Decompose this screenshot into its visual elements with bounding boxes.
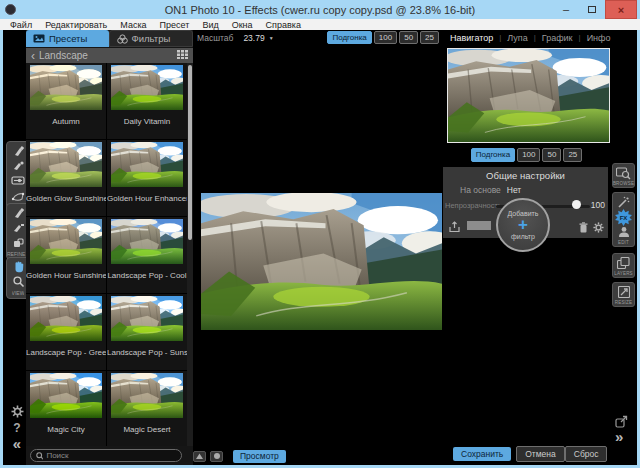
masking-brush-tool[interactable] — [9, 144, 27, 157]
add-filter-button[interactable]: Добавить + фильтр — [496, 198, 550, 252]
refine-brush-tool[interactable] — [9, 206, 27, 219]
portrait-person-icon[interactable] — [615, 225, 632, 239]
module-strip: BROWSE FX EDIT LAYERS — [610, 30, 637, 465]
menu-file[interactable]: Файл — [10, 20, 32, 30]
preset-autumn[interactable]: Autumn — [26, 63, 106, 139]
enhance-wand-icon[interactable] — [615, 195, 632, 209]
plus-icon: + — [518, 217, 528, 232]
maximize-button[interactable] — [579, 0, 605, 19]
preset-label: Magic Desert — [107, 425, 187, 434]
nav-50-button[interactable]: 50 — [542, 148, 561, 162]
tab-filters[interactable]: Фильтры — [109, 30, 194, 47]
help-icon[interactable]: ? — [8, 421, 26, 435]
nav-25-button[interactable]: 25 — [563, 148, 582, 162]
reset-button[interactable]: Сброс — [565, 446, 608, 462]
tab-presets[interactable]: Пресеты — [26, 30, 109, 47]
pan-hand-tool[interactable] — [9, 260, 27, 273]
scrollbar-thumb[interactable] — [188, 65, 192, 240]
preset-daily-vitamin[interactable]: Daily Vitamin — [107, 63, 187, 139]
search-bar — [30, 449, 182, 462]
right-panel: Навигатор| Лупа| График| Инфо Подгонка 1… — [443, 30, 610, 465]
softproof-icon[interactable] — [210, 451, 223, 462]
mask-view-icon[interactable] — [193, 451, 206, 462]
cancel-button[interactable]: Отмена — [516, 446, 565, 462]
preset-label: Golden Hour Sunshine — [26, 271, 106, 280]
tab-navigator[interactable]: Навигатор — [450, 33, 493, 43]
chevron-down-icon[interactable]: ▼ — [269, 35, 274, 41]
preset-label: Magic City — [26, 425, 106, 434]
navigator-preview[interactable] — [447, 48, 610, 143]
tab-loupe[interactable]: Лупа — [507, 33, 527, 43]
chisel-tool[interactable] — [9, 221, 27, 234]
preset-golden-hour-enhancer[interactable]: Golden Hour Enhancer — [107, 140, 187, 216]
zoom-tool[interactable] — [9, 275, 27, 288]
right-tabs: Навигатор| Лупа| График| Инфо — [443, 30, 610, 45]
export-preset-icon[interactable] — [449, 219, 460, 237]
preset-landscape-pop-sunshine[interactable]: Landscape Pop - Sunshine — [107, 294, 187, 370]
canvas-area: Масштаб 23.79 ▼ Подгонка 100 50 25 — [193, 30, 443, 465]
effects-fx-icon[interactable]: FX — [615, 210, 632, 224]
menu-mask[interactable]: Маска — [120, 20, 146, 30]
zoom-100-button[interactable]: 100 — [374, 31, 397, 45]
main-content: MASK REFINE MASK VIEW ? — [3, 30, 637, 465]
preset-label: Landscape Pop - Cool — [107, 271, 187, 280]
preset-magic-desert[interactable]: Magic Desert — [107, 371, 187, 446]
zoom-50-button[interactable]: 50 — [399, 31, 418, 45]
based-on-value[interactable]: Нет — [507, 185, 521, 195]
collapse-left-panel-icon[interactable]: « — [8, 435, 26, 452]
minimize-button[interactable]: – — [553, 0, 579, 19]
browse-icon — [615, 166, 632, 180]
filter-options-gear-icon[interactable] — [593, 219, 604, 237]
image-canvas[interactable] — [193, 45, 443, 447]
masking-bug-tool[interactable] — [9, 159, 27, 172]
based-on-label: На основе — [460, 185, 501, 195]
nav-fit-button[interactable]: Подгонка — [471, 148, 515, 162]
menu-preset[interactable]: Пресет — [160, 20, 190, 30]
opacity-slider-knob[interactable] — [572, 200, 581, 209]
tab-info[interactable]: Инфо — [587, 33, 611, 43]
expand-right-panel-icon[interactable]: » — [615, 428, 623, 445]
window-title: ON1 Photo 10 - Effects (cwer.ru copy cop… — [0, 4, 640, 16]
preset-magic-city[interactable]: Magic City — [26, 371, 106, 446]
menu-bar: Файл Редактировать Маска Пресет Вид Окна… — [0, 19, 640, 30]
preset-landscape-pop-cool[interactable]: Landscape Pop - Cool — [107, 217, 187, 293]
grid-view-icon[interactable] — [177, 50, 188, 61]
tab-histogram[interactable]: График — [542, 33, 573, 43]
preset-golden-glow-sunshine[interactable]: Golden Glow Sunshine — [26, 140, 106, 216]
preset-panel: Пресеты Фильтры ‹ Landscape Autumn Daily… — [26, 30, 193, 465]
menu-help[interactable]: Справка — [266, 20, 301, 30]
settings-gear-icon[interactable] — [8, 404, 26, 422]
back-chevron-icon[interactable]: ‹ — [31, 49, 35, 63]
fit-button[interactable]: Подгонка — [327, 31, 371, 45]
mask-shape-tool[interactable] — [9, 189, 27, 202]
adjustment-tool[interactable] — [9, 174, 27, 187]
category-bar[interactable]: ‹ Landscape — [26, 48, 193, 63]
module-browse[interactable]: BROWSE — [612, 163, 635, 188]
preset-landscape-pop-green[interactable]: Landscape Pop - Green — [26, 294, 106, 370]
search-input[interactable] — [46, 451, 176, 460]
close-button[interactable]: × — [605, 0, 637, 19]
zoom-25-button[interactable]: 25 — [420, 31, 439, 45]
app-window: ON1 Photo 10 - Effects (cwer.ru copy cop… — [0, 0, 640, 468]
color-swatch[interactable] — [467, 221, 491, 230]
preview-toggle-button[interactable]: Просмотр — [233, 450, 286, 463]
nav-100-button[interactable]: 100 — [517, 148, 540, 162]
add-filter-label-bottom: фильтр — [511, 233, 535, 241]
preset-golden-hour-sunshine[interactable]: Golden Hour Sunshine — [26, 217, 106, 293]
svg-text:FX: FX — [620, 215, 628, 221]
menu-window[interactable]: Окна — [232, 20, 253, 30]
blur-stamp-tool[interactable] — [9, 236, 27, 249]
tab-presets-label: Пресеты — [49, 33, 87, 44]
module-resize[interactable]: RESIZE — [612, 282, 635, 307]
search-icon — [36, 452, 43, 460]
save-button[interactable]: Сохранить — [453, 447, 511, 461]
menu-edit[interactable]: Редактировать — [45, 20, 107, 30]
module-layers[interactable]: LAYERS — [612, 253, 635, 278]
title-bar: ON1 Photo 10 - Effects (cwer.ru copy cop… — [0, 0, 640, 19]
edit-label: EDIT — [618, 240, 629, 245]
trash-icon[interactable] — [579, 219, 588, 237]
menu-view[interactable]: Вид — [202, 20, 218, 30]
zoom-value[interactable]: 23.79 — [243, 33, 264, 43]
resize-icon — [615, 285, 632, 299]
photo-preview — [201, 193, 442, 330]
